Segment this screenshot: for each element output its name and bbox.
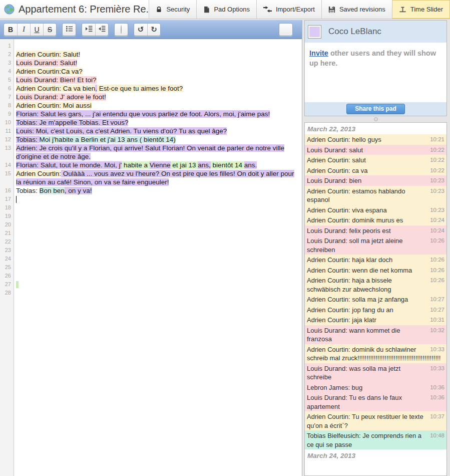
editor-line: 25 xyxy=(0,263,302,272)
editor-line-text[interactable]: Florian: Salut, tout le monde. Moi, j' h… xyxy=(14,161,302,169)
editor-line-text[interactable]: Louis Durand: J' adore le foot! xyxy=(14,93,302,101)
line-number: 13 xyxy=(0,144,14,161)
editor-line: 24 xyxy=(0,255,302,263)
chat-message: 10:23Adrien Courtin: viva espana xyxy=(305,205,446,215)
editor-line-text[interactable]: Adrien Courtin:Ca va? xyxy=(14,67,302,76)
authored-text-segment: ans, xyxy=(198,161,211,169)
editor-line: 10Tobias: Je m'appelle Tobias. Et vous? xyxy=(0,118,302,127)
editor-line-text[interactable] xyxy=(14,289,302,297)
editor-line-text[interactable] xyxy=(14,272,302,280)
indent-icon xyxy=(85,26,93,34)
line-number: 27 xyxy=(0,280,14,289)
chat-timestamp: 10:24 xyxy=(430,216,444,225)
users-panel: Coco LeBlanc Invite other users and they… xyxy=(304,20,447,116)
editor-line-text[interactable] xyxy=(14,212,302,220)
line-number: 21 xyxy=(0,229,14,237)
editor-line-text[interactable]: Adrien Courtin: Moi aussi xyxy=(14,101,302,110)
editor-line-text[interactable]: Tobias: Je m'appelle Tobias. Et vous? xyxy=(14,118,302,127)
strikethrough-button[interactable]: S xyxy=(43,24,56,36)
chat-message: 10:26Louis Durand: soll ma jetzt aleine … xyxy=(305,235,446,255)
editor-line: 21 xyxy=(0,229,302,237)
editor-line-text[interactable] xyxy=(14,246,302,255)
editor-line: 28 xyxy=(0,289,302,297)
editor-line-text[interactable]: Tobias: Bon ben, on y va! xyxy=(14,186,302,195)
editor-line-text[interactable]: Adrien Courtin: Oulààà ... vous avez vu … xyxy=(14,169,302,186)
editor-line: 12Tobias: Moi j'habite a Berlin et j'ai … xyxy=(0,135,302,144)
chat-timestamp: 10:22 xyxy=(430,156,444,165)
redo-button[interactable]: ↻ xyxy=(147,24,160,36)
line-number: 6 xyxy=(0,84,14,93)
editor-line-text[interactable] xyxy=(14,263,302,272)
clear-authorship-button[interactable] xyxy=(115,24,128,36)
user-name[interactable]: Coco LeBlanc xyxy=(328,27,381,37)
saved-revisions-button[interactable]: Saved revisions xyxy=(321,0,392,19)
editor-line: 6Adrien Courtin: Ca va bien. Est-ce que … xyxy=(0,84,302,93)
editor-line-text[interactable]: Florian: Salut les gars, ... j'ai entend… xyxy=(14,110,302,118)
chat-panel[interactable]: March 22, 201310:21Adrien Courtin: hello… xyxy=(304,122,447,476)
import-export-button[interactable]: Import/Export xyxy=(256,0,321,19)
invite-message: Invite other users and they will show up… xyxy=(305,43,446,102)
editor-line-text[interactable]: Louis Durand: Bien! Et toi? xyxy=(14,76,302,84)
editor-line-text[interactable] xyxy=(14,255,302,263)
chat-message: 10:23Louis Durand: bien xyxy=(305,175,446,186)
underline-button[interactable]: U xyxy=(30,24,43,36)
bullet-list-button[interactable] xyxy=(63,24,76,36)
authored-text-segment: Bon ben xyxy=(40,187,65,194)
outdent-icon xyxy=(98,26,106,34)
editor-line: 9Florian: Salut les gars, ... j'ai enten… xyxy=(0,110,302,118)
undo-button[interactable]: ↺ xyxy=(134,24,147,36)
editor-line: 3Louis Durand: Salut! xyxy=(0,59,302,67)
line-number: 4 xyxy=(0,67,14,76)
toolbar-group: BIUS xyxy=(4,23,57,36)
line-number: 2 xyxy=(0,50,14,59)
line-number: 22 xyxy=(0,237,14,246)
author-color-swatch[interactable] xyxy=(308,26,321,38)
authored-text-segment: Florian: Salut les gars, ... j'ai entend… xyxy=(16,110,270,118)
pad-options-button[interactable]: Pad Options xyxy=(196,0,256,19)
line-number: 5 xyxy=(0,76,14,84)
bold-button[interactable]: B xyxy=(4,24,17,36)
editor-text-area[interactable]: 12Adrien Courtin: Salut!3Louis Durand: S… xyxy=(0,39,302,476)
toolbar-groups: BIUS↺↻ xyxy=(4,23,166,36)
editor-line-text[interactable]: Louis: Moi, c'est Louis, ca c'est Adrien… xyxy=(14,127,302,135)
line-number: 17 xyxy=(0,195,14,203)
chat-message: 10:22Adrien Courtin: salut xyxy=(305,155,446,165)
resize-handle-icon[interactable] xyxy=(374,117,378,121)
editor-line-text[interactable]: Tobias: Moi j'habite a Berlin et j'ai 13… xyxy=(14,135,302,144)
editor-line-text[interactable]: Adrien: Je crois qu'il y a Florian, qui … xyxy=(14,144,302,161)
top-button-label: Saved revisions xyxy=(339,6,385,13)
undo-icon: ↺ xyxy=(138,25,144,34)
editor-line-text[interactable]: Adrien Courtin: Ca va bien. Est-ce que t… xyxy=(14,84,302,93)
editor-line-text[interactable] xyxy=(14,42,302,50)
authored-text-segment: Adrien Courtin: xyxy=(16,170,61,177)
save-revision-button[interactable] xyxy=(279,24,292,36)
authored-text-segment: Vienne xyxy=(150,161,171,169)
editor-line-text[interactable]: Adrien Courtin: Salut! xyxy=(14,50,302,59)
chat-timestamp: 10:36 xyxy=(430,393,444,402)
editor-line-text[interactable] xyxy=(14,203,302,212)
indent-button[interactable] xyxy=(82,24,95,36)
line-number: 9 xyxy=(0,110,14,118)
editor-line-text[interactable] xyxy=(14,237,302,246)
line-number: 28 xyxy=(0,289,14,297)
editor-line-text[interactable] xyxy=(14,195,302,203)
strikethrough-icon: S xyxy=(48,26,52,34)
remote-user-cursor xyxy=(16,281,19,288)
italic-button[interactable]: I xyxy=(17,24,30,36)
editor-line-text[interactable] xyxy=(14,229,302,237)
line-number: 18 xyxy=(0,203,14,212)
share-pad-button[interactable]: Share this pad xyxy=(346,104,405,114)
security-button[interactable]: Security xyxy=(149,0,196,19)
chat-message: 10:22Adrien Courtin: ca va xyxy=(305,165,446,176)
invite-link[interactable]: Invite xyxy=(309,49,328,57)
outdent-button[interactable] xyxy=(95,24,108,36)
authored-text-segment: Moi j'habite a Berlin et j'ai 13 ans ( b… xyxy=(40,136,176,143)
editor-line-text[interactable] xyxy=(14,280,302,289)
underline-icon: U xyxy=(34,26,39,34)
editor-line-text[interactable]: Louis Durand: Salut! xyxy=(14,59,302,67)
editor-line-text[interactable] xyxy=(14,220,302,229)
chat-message: 10:23Adrien Courtin: estamos hablando es… xyxy=(305,186,446,205)
time-slider-button[interactable]: Time Slider xyxy=(392,0,450,19)
editor-line: 22 xyxy=(0,237,302,246)
authored-text-segment: Tobias: Je m'appelle Tobias. Et vous? xyxy=(16,119,128,126)
